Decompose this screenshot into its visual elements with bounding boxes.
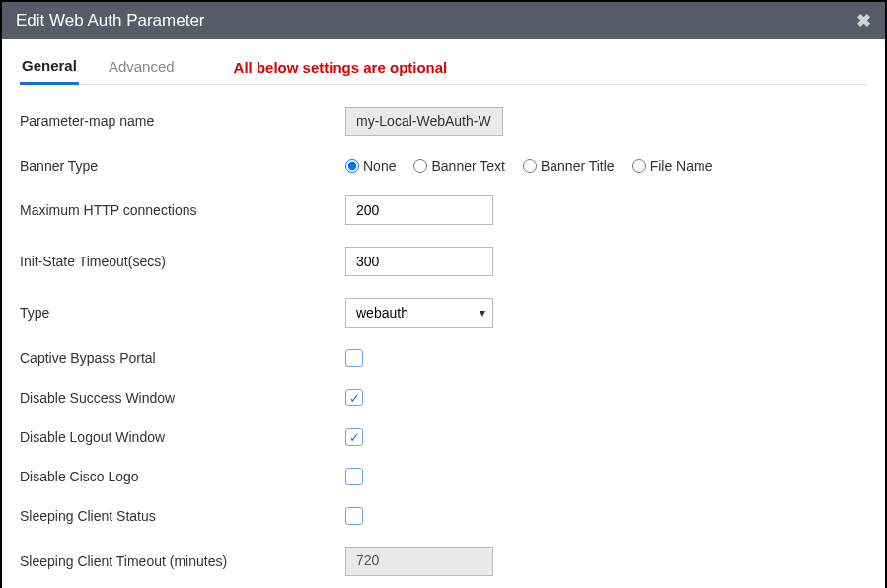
label-param-map-name: Parameter-map name	[20, 113, 345, 129]
banner-type-radio-group: None Banner Text Banner Title File Name	[345, 158, 712, 174]
label-type: Type	[20, 305, 345, 321]
type-select[interactable]	[345, 298, 493, 328]
radio-banner-text[interactable]: Banner Text	[413, 158, 504, 174]
dialog: Edit Web Auth Parameter ✖ General Advanc…	[0, 0, 887, 588]
label-banner-type: Banner Type	[20, 158, 345, 174]
dialog-header: Edit Web Auth Parameter ✖	[2, 2, 885, 39]
label-sleeping-client-status: Sleeping Client Status	[20, 508, 345, 524]
radio-input-file-name[interactable]	[632, 159, 646, 173]
radio-label-none: None	[363, 158, 396, 174]
max-http-input[interactable]	[345, 195, 493, 225]
label-disable-cisco-logo: Disable Cisco Logo	[20, 469, 345, 484]
disable-success-checkbox[interactable]	[345, 389, 363, 406]
tab-bar: General Advanced All below settings are …	[20, 51, 867, 85]
disable-cisco-logo-checkbox[interactable]	[345, 468, 363, 485]
disable-logout-checkbox[interactable]	[345, 428, 363, 446]
label-sleeping-client-timeout: Sleeping Client Timeout (minutes)	[20, 553, 345, 569]
row-max-http: Maximum HTTP connections	[20, 195, 867, 225]
row-disable-success: Disable Success Window	[20, 389, 867, 406]
label-disable-success: Disable Success Window	[20, 390, 345, 405]
row-sleeping-client-status: Sleeping Client Status	[20, 507, 867, 525]
row-type: Type	[20, 298, 867, 328]
close-icon[interactable]: ✖	[856, 10, 871, 32]
row-captive-bypass: Captive Bypass Portal	[20, 349, 867, 367]
row-init-state: Init-State Timeout(secs)	[20, 247, 867, 276]
radio-input-banner-text[interactable]	[413, 159, 427, 173]
row-banner-type: Banner Type None Banner Text Banner Titl…	[20, 158, 867, 174]
dialog-title: Edit Web Auth Parameter	[16, 11, 205, 31]
init-state-input[interactable]	[345, 247, 493, 276]
radio-banner-none[interactable]: None	[345, 158, 396, 174]
sleeping-client-timeout-value: 720	[345, 547, 493, 576]
tab-general[interactable]: General	[20, 51, 79, 85]
captive-bypass-checkbox[interactable]	[345, 349, 363, 367]
radio-file-name[interactable]: File Name	[632, 158, 713, 174]
radio-label-banner-text: Banner Text	[431, 158, 504, 174]
label-captive-bypass: Captive Bypass Portal	[20, 350, 345, 366]
label-init-state: Init-State Timeout(secs)	[20, 254, 345, 269]
row-disable-logout: Disable Logout Window	[20, 428, 867, 446]
label-max-http: Maximum HTTP connections	[20, 202, 345, 218]
settings-note: All below settings are optional	[234, 59, 448, 76]
param-map-name-value: my-Local-WebAuth-W	[345, 107, 503, 136]
radio-input-none[interactable]	[345, 159, 359, 173]
dialog-body: General Advanced All below settings are …	[2, 39, 885, 588]
radio-label-file-name: File Name	[650, 158, 713, 174]
row-disable-cisco-logo: Disable Cisco Logo	[20, 468, 867, 485]
type-select-wrap	[345, 298, 493, 328]
radio-label-banner-title: Banner Title	[541, 158, 615, 174]
row-sleeping-client-timeout: Sleeping Client Timeout (minutes) 720	[20, 547, 867, 576]
tab-advanced[interactable]: Advanced	[107, 52, 177, 83]
sleeping-client-status-checkbox[interactable]	[345, 507, 363, 525]
radio-input-banner-title[interactable]	[523, 159, 537, 173]
row-param-map-name: Parameter-map name my-Local-WebAuth-W	[20, 107, 867, 136]
label-disable-logout: Disable Logout Window	[20, 429, 345, 445]
radio-banner-title[interactable]: Banner Title	[523, 158, 615, 174]
